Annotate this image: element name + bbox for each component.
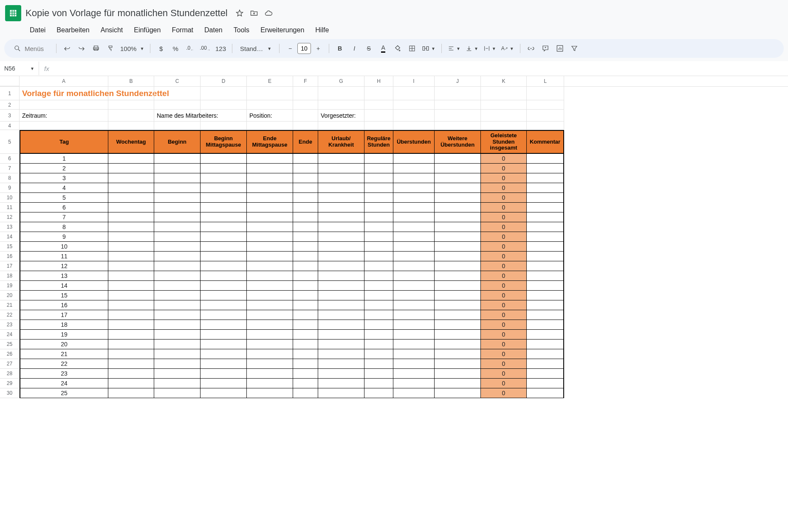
- row-header-30[interactable]: 30: [0, 388, 20, 398]
- cell[interactable]: 0: [481, 300, 527, 310]
- cell[interactable]: [293, 261, 318, 271]
- cell[interactable]: [527, 369, 564, 379]
- cell[interactable]: [435, 122, 481, 130]
- cell[interactable]: [435, 203, 481, 212]
- cell[interactable]: [364, 122, 393, 130]
- cell[interactable]: [201, 388, 247, 398]
- cell[interactable]: 19: [20, 330, 108, 340]
- cell[interactable]: [318, 330, 364, 340]
- cell[interactable]: [393, 320, 435, 330]
- cell[interactable]: [108, 203, 154, 212]
- cell[interactable]: [108, 330, 154, 340]
- cell[interactable]: 7: [20, 212, 108, 222]
- cell[interactable]: 6: [20, 203, 108, 212]
- percent-button[interactable]: %: [169, 42, 182, 55]
- row-header-25[interactable]: 25: [0, 340, 20, 349]
- table-header[interactable]: Tag: [20, 130, 108, 154]
- cell[interactable]: 0: [481, 261, 527, 271]
- text-wrap-button[interactable]: ▼: [482, 42, 498, 55]
- table-header[interactable]: Ende Mittagspause: [247, 130, 293, 154]
- row-header-11[interactable]: 11: [0, 203, 20, 212]
- cell[interactable]: [393, 164, 435, 173]
- cell[interactable]: [247, 100, 293, 110]
- column-header-J[interactable]: J: [435, 76, 481, 86]
- cell[interactable]: [108, 173, 154, 183]
- cell[interactable]: [527, 232, 564, 242]
- cell[interactable]: 0: [481, 349, 527, 359]
- cell[interactable]: [435, 349, 481, 359]
- cell[interactable]: [364, 271, 393, 281]
- cell[interactable]: [393, 193, 435, 203]
- cell[interactable]: [108, 359, 154, 369]
- cell[interactable]: [435, 261, 481, 271]
- row-header-5[interactable]: 5: [0, 130, 20, 154]
- menu-ansicht[interactable]: Ansicht: [96, 25, 127, 36]
- cell[interactable]: [293, 193, 318, 203]
- cell[interactable]: [201, 330, 247, 340]
- cell[interactable]: [293, 359, 318, 369]
- cell[interactable]: [201, 212, 247, 222]
- cell[interactable]: 0: [481, 242, 527, 252]
- paint-format-button[interactable]: [104, 42, 117, 55]
- cell[interactable]: [527, 320, 564, 330]
- cell[interactable]: [435, 271, 481, 281]
- cell[interactable]: [108, 154, 154, 164]
- bold-button[interactable]: B: [333, 42, 346, 55]
- cell[interactable]: 0: [481, 271, 527, 281]
- cell[interactable]: [527, 242, 564, 252]
- cell[interactable]: [393, 310, 435, 320]
- row-header-9[interactable]: 9: [0, 183, 20, 193]
- cell[interactable]: 0: [481, 173, 527, 183]
- cell[interactable]: [318, 87, 364, 100]
- cell[interactable]: [318, 222, 364, 232]
- cell[interactable]: [154, 173, 201, 183]
- cell[interactable]: [108, 271, 154, 281]
- document-title[interactable]: Kopie von Vorlage für monatlichen Stunde…: [25, 8, 228, 19]
- cell[interactable]: [247, 349, 293, 359]
- column-header-B[interactable]: B: [108, 76, 154, 86]
- cell[interactable]: [293, 310, 318, 320]
- cell[interactable]: [201, 320, 247, 330]
- cell[interactable]: [364, 154, 393, 164]
- cell[interactable]: 14: [20, 281, 108, 291]
- cell[interactable]: 0: [481, 193, 527, 203]
- cell[interactable]: 17: [20, 310, 108, 320]
- cell[interactable]: [527, 193, 564, 203]
- table-header[interactable]: Geleistete Stunden insgesamt: [481, 130, 527, 154]
- fill-color-button[interactable]: [391, 42, 404, 55]
- row-header-17[interactable]: 17: [0, 261, 20, 271]
- cell[interactable]: [154, 359, 201, 369]
- cell[interactable]: [293, 87, 318, 100]
- more-formats-button[interactable]: 123: [214, 42, 228, 55]
- currency-button[interactable]: $: [155, 42, 167, 55]
- table-header[interactable]: Reguläre Stunden: [364, 130, 393, 154]
- row-header-19[interactable]: 19: [0, 281, 20, 291]
- cell[interactable]: 9: [20, 232, 108, 242]
- cell[interactable]: 0: [481, 281, 527, 291]
- cell[interactable]: [108, 320, 154, 330]
- cell[interactable]: [527, 300, 564, 310]
- table-header[interactable]: Kommentar: [527, 130, 564, 154]
- redo-button[interactable]: [75, 42, 88, 55]
- column-header-A[interactable]: A: [20, 76, 108, 86]
- cell[interactable]: [435, 154, 481, 164]
- table-header[interactable]: Beginn Mittagspause: [201, 130, 247, 154]
- cell[interactable]: [293, 164, 318, 173]
- cell[interactable]: 12: [20, 261, 108, 271]
- cell[interactable]: [435, 222, 481, 232]
- cell[interactable]: [154, 291, 201, 300]
- cell[interactable]: [293, 349, 318, 359]
- cell[interactable]: [393, 122, 435, 130]
- cell[interactable]: [435, 252, 481, 261]
- cell[interactable]: [527, 212, 564, 222]
- cell[interactable]: [154, 183, 201, 193]
- cell[interactable]: 0: [481, 212, 527, 222]
- cell[interactable]: 0: [481, 320, 527, 330]
- cell[interactable]: [393, 369, 435, 379]
- menu-hilfe[interactable]: Hilfe: [311, 25, 333, 36]
- cell[interactable]: 4: [20, 183, 108, 193]
- cell[interactable]: [293, 252, 318, 261]
- cell[interactable]: [527, 271, 564, 281]
- cell[interactable]: [247, 183, 293, 193]
- cell[interactable]: [201, 203, 247, 212]
